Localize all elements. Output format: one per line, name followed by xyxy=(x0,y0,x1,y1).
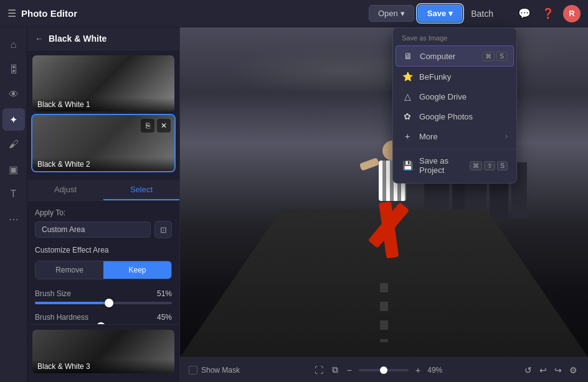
save-label: Save xyxy=(427,9,446,18)
nav-home[interactable]: ⌂ xyxy=(2,34,25,56)
help-icon[interactable]: ❓ xyxy=(539,5,557,22)
brush-size-slider: Brush Size 51% xyxy=(35,289,172,304)
save-project-item[interactable]: 💾 Save as Project ⌘ ⇧ S xyxy=(393,152,516,179)
nav-paint[interactable]: 🖌 xyxy=(2,133,25,156)
panel-header: ← Black & White xyxy=(27,27,179,50)
filter-bw3[interactable]: Black & White 3 xyxy=(32,330,174,373)
google-photos-icon: ✿ xyxy=(402,111,413,122)
computer-icon: 🖥 xyxy=(402,50,414,62)
batch-button[interactable]: Batch xyxy=(466,6,498,22)
computer-shortcut: ⌘ S xyxy=(482,52,507,61)
nav-frames[interactable]: ▣ xyxy=(2,158,25,180)
show-mask-checkbox[interactable] xyxy=(189,366,197,375)
save-befunky-item[interactable]: ⭐ BeFunky xyxy=(393,67,516,86)
remove-label: Remove xyxy=(55,266,83,274)
apply-to-select[interactable]: Custom Area xyxy=(35,221,151,238)
brush-hardness-header: Brush Hardness 45% xyxy=(35,313,172,322)
save-more-item[interactable]: + More › xyxy=(393,126,516,146)
app-title: Photo Editor xyxy=(21,8,77,19)
save-project-shortcut: ⌘ ⇧ S xyxy=(470,161,508,170)
topbar: ☰ Photo Editor Open ▾ Save ▾ Save as Ima… xyxy=(0,0,588,27)
panel-title: Black & White xyxy=(49,34,107,44)
canvas-image[interactable] xyxy=(180,27,588,357)
brush-size-label: Brush Size xyxy=(35,289,71,298)
open-chevron-icon: ▾ xyxy=(401,9,405,18)
filter-close-button[interactable]: ✕ xyxy=(157,119,171,133)
open-label: Open xyxy=(378,9,398,18)
customize-section-title: Customize Effect Area xyxy=(35,246,172,254)
brush-hardness-value: 45% xyxy=(157,313,172,322)
save-project-label: Save as Project xyxy=(419,156,463,175)
batch-label: Batch xyxy=(471,9,493,19)
canvas-bottombar: Show Mask ⛶ ⧉ − + 49% ↺ ↩ ↪ ⚙ xyxy=(180,357,588,382)
more-label: More xyxy=(419,132,438,141)
fit-screen-button[interactable]: ⛶ xyxy=(313,363,325,377)
topbar-left: ☰ Photo Editor xyxy=(7,7,77,19)
brush-hardness-thumb[interactable] xyxy=(97,322,105,324)
save-chevron-icon: ▾ xyxy=(448,9,453,18)
avatar[interactable]: R xyxy=(563,5,581,22)
filter-bw1[interactable]: Black & White 1 xyxy=(32,55,174,111)
save-computer-item[interactable]: 🖥 Computer ⌘ S xyxy=(396,45,514,67)
tab-select[interactable]: Select xyxy=(103,180,179,200)
resize-button[interactable]: ⧉ xyxy=(330,363,340,377)
filter-bw3-label: Black & White 3 xyxy=(32,360,174,373)
show-mask-label: Show Mask xyxy=(201,366,240,375)
nav-filters[interactable]: 🎛 xyxy=(2,58,25,81)
brush-size-value: 51% xyxy=(157,289,172,298)
nav-more-tools[interactable]: ⋯ xyxy=(2,208,25,230)
brush-size-track[interactable] xyxy=(35,302,172,304)
apply-to-section: Apply To: Custom Area ⊡ xyxy=(35,208,172,238)
keep-button[interactable]: Keep xyxy=(103,261,171,279)
computer-label: Computer xyxy=(420,52,455,61)
panel-back-button[interactable]: ← xyxy=(35,34,44,44)
panel-tabs: Adjust Select xyxy=(27,180,179,201)
zoom-value: 49% xyxy=(427,366,450,375)
google-photos-label: Google Photos xyxy=(419,112,473,121)
brush-hardness-slider: Brush Hardness 45% xyxy=(35,313,172,324)
filter-bw2-label: Black & White 2 xyxy=(32,157,174,171)
save-google-photos-item[interactable]: ✿ Google Photos xyxy=(393,106,516,126)
save-button[interactable]: Save ▾ xyxy=(418,5,462,22)
brush-size-header: Brush Size 51% xyxy=(35,289,172,298)
zoom-in-button[interactable]: + xyxy=(414,363,422,377)
nav-text[interactable]: T xyxy=(2,183,25,205)
left-nav: ⌂ 🎛 👁 ✦ 🖌 ▣ T ⋯ xyxy=(0,27,27,382)
chat-icon[interactable]: 💬 xyxy=(516,5,533,22)
google-drive-icon: △ xyxy=(402,91,413,102)
select-mask-button[interactable]: ⊡ xyxy=(154,221,172,238)
keep-label: Keep xyxy=(128,266,146,274)
brush-size-fill xyxy=(35,302,105,304)
filter-actions: ⎘ ✕ xyxy=(141,119,171,133)
settings-button[interactable]: ⚙ xyxy=(567,363,579,377)
tab-adjust[interactable]: Adjust xyxy=(27,180,103,200)
dropdown-divider xyxy=(393,149,516,149)
topbar-right: 💬 ❓ R xyxy=(516,5,581,22)
filter-bw2[interactable]: Black & White 2 ⎘ ✕ xyxy=(32,115,174,171)
zoom-slider[interactable] xyxy=(359,369,409,371)
redo-button[interactable]: ↪ xyxy=(552,363,564,377)
filter-list: Black & White 1 Black & White 2 ⎘ ✕ xyxy=(27,50,179,180)
bottom-right-controls: ↺ ↩ ↪ ⚙ xyxy=(523,363,579,377)
open-button[interactable]: Open ▾ xyxy=(369,5,414,22)
avatar-initial: R xyxy=(569,9,574,18)
filter-bw1-label: Black & White 1 xyxy=(32,98,174,111)
filter-copy-button[interactable]: ⎘ xyxy=(141,119,154,133)
refresh-button[interactable]: ↺ xyxy=(523,363,534,377)
nav-eye[interactable]: 👁 xyxy=(2,83,25,106)
panel-content: Apply To: Custom Area ⊡ Customize Effect… xyxy=(27,201,179,324)
nav-effects[interactable]: ✦ xyxy=(2,108,25,131)
undo-button[interactable]: ↩ xyxy=(538,363,549,377)
remove-button[interactable]: Remove xyxy=(36,261,103,279)
zoom-out-button[interactable]: − xyxy=(345,363,354,377)
save-google-drive-item[interactable]: △ Google Drive xyxy=(393,86,516,106)
more-chevron-icon: › xyxy=(505,132,508,141)
dropdown-section-title: Save as Image xyxy=(393,32,516,45)
brush-size-thumb[interactable] xyxy=(105,299,113,307)
canvas-area: Show Mask ⛶ ⧉ − + 49% ↺ ↩ ↪ ⚙ xyxy=(180,27,588,382)
brush-hardness-label: Brush Hardness xyxy=(35,313,88,322)
zoom-thumb[interactable] xyxy=(380,366,387,374)
befunky-icon: ⭐ xyxy=(402,71,413,82)
tab-select-label: Select xyxy=(130,185,153,194)
menu-icon[interactable]: ☰ xyxy=(7,7,16,19)
